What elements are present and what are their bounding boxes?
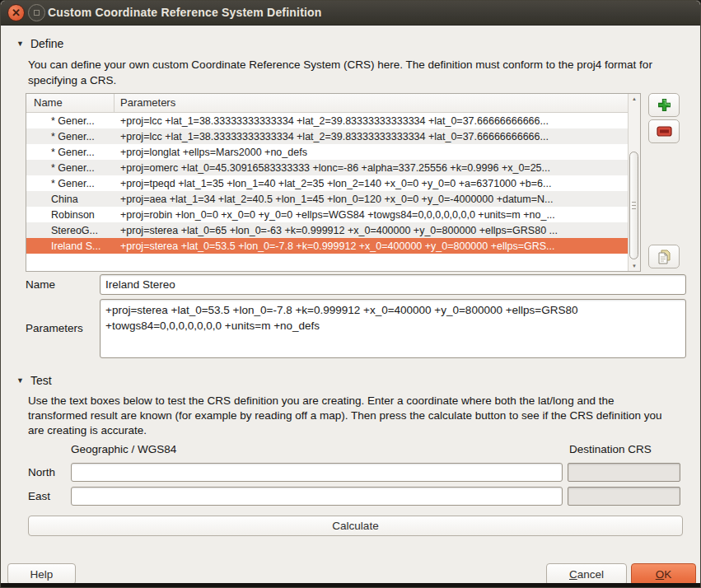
table-row[interactable]: Ireland S...+proj=sterea +lat_0=53.5 +lo… <box>26 238 628 254</box>
calculate-button[interactable]: Calculate <box>28 516 683 536</box>
scrollbar-grip <box>632 202 636 203</box>
crs-name-input[interactable] <box>100 274 686 295</box>
crs-parameters-cell[interactable]: +proj=longlat +ellps=Mars2000 +no_defs <box>114 147 628 158</box>
crs-parameters-cell[interactable]: +proj=sterea +lat_0=65 +lon_0=-63 +k=0.9… <box>114 225 628 236</box>
define-description: You can define your own custom Coordinat… <box>28 57 669 88</box>
crs-parameters-cell[interactable]: +proj=omerc +lat_0=45.30916583333333 +lo… <box>114 162 628 174</box>
help-button[interactable]: Help <box>7 563 76 585</box>
north-label: North <box>28 466 55 478</box>
scroll-up-icon[interactable]: ▲ <box>629 96 640 101</box>
crs-parameters-input[interactable]: +proj=sterea +lat_0=53.5 +lon_0=-7.8 +k=… <box>100 299 686 358</box>
geographic-wgs84-header: Geographic / WGS84 <box>71 443 176 455</box>
north-input[interactable] <box>71 463 563 482</box>
copy-crs-button[interactable] <box>648 245 680 268</box>
cancel-button[interactable]: Cancel <box>546 563 627 586</box>
crs-name-cell[interactable]: * Gener... <box>26 178 114 189</box>
table-row[interactable]: * Gener...+proj=tpeqd +lat_1=35 +lon_1=4… <box>26 175 628 191</box>
crs-name-cell[interactable]: * Gener... <box>26 131 114 142</box>
define-section-label: Define <box>30 37 63 50</box>
crs-name-cell[interactable]: * Gener... <box>26 147 114 158</box>
table-row[interactable]: Robinson+proj=robin +lon_0=0 +x_0=0 +y_0… <box>26 207 628 222</box>
crs-name-cell[interactable]: China <box>26 194 114 205</box>
crs-parameters-cell[interactable]: +proj=lcc +lat_1=38.33333333333334 +lat_… <box>114 131 628 142</box>
scrollbar-grip <box>632 208 636 209</box>
east-destination-output <box>568 487 680 506</box>
scroll-down-icon[interactable]: ▼ <box>629 264 640 268</box>
vertical-scrollbar[interactable]: ▲ ▼ <box>628 94 640 271</box>
scrollbar-thumb[interactable] <box>629 152 638 259</box>
plus-icon <box>657 98 671 112</box>
table-row[interactable]: * Gener...+proj=lcc +lat_1=38.3333333333… <box>26 113 628 128</box>
scrollbar-grip <box>632 205 636 206</box>
table-row[interactable]: StereoG...+proj=sterea +lat_0=65 +lon_0=… <box>26 222 628 238</box>
collapse-triangle-icon: ▼ <box>16 377 24 385</box>
crs-name-cell[interactable]: Robinson <box>26 209 114 221</box>
maximize-square-glyph <box>34 10 40 16</box>
add-crs-button[interactable] <box>648 93 680 117</box>
collapse-triangle-icon: ▼ <box>16 40 24 48</box>
test-section-toggle[interactable]: ▼ Test <box>16 374 52 387</box>
define-section-toggle[interactable]: ▼ Define <box>16 37 63 50</box>
ok-button[interactable]: OK <box>631 563 696 586</box>
destination-crs-header: Destination CRS <box>569 443 652 455</box>
crs-parameters-cell[interactable]: +proj=lcc +lat_1=38.33333333333334 +lat_… <box>114 115 628 127</box>
crs-parameters-cell[interactable]: +proj=aea +lat_1=34 +lat_2=40.5 +lon_1=4… <box>114 194 628 205</box>
window-bottom-edge <box>1 583 700 587</box>
test-section-label: Test <box>30 374 52 387</box>
copy-icon <box>657 250 671 264</box>
crs-parameters-cell[interactable]: +proj=tpeqd +lat_1=35 +lon_1=40 +lat_2=3… <box>114 178 628 189</box>
remove-crs-button[interactable] <box>648 119 680 143</box>
east-input[interactable] <box>71 487 563 506</box>
crs-table: Name Parameters * Gener...+proj=lcc +lat… <box>26 93 641 272</box>
crs-name-cell[interactable]: * Gener... <box>26 115 114 127</box>
crs-parameters-cell[interactable]: +proj=sterea +lat_0=53.5 +lon_0=-7.8 +k=… <box>114 240 628 252</box>
crs-name-cell[interactable]: StereoG... <box>26 225 114 236</box>
table-row[interactable]: * Gener...+proj=lcc +lat_1=38.3333333333… <box>26 128 628 144</box>
crs-table-body: * Gener...+proj=lcc +lat_1=38.3333333333… <box>26 113 628 254</box>
name-field-label: Name <box>26 278 55 291</box>
north-destination-output <box>568 463 680 482</box>
titlebar: ✕ Custom Coordinate Reference System Def… <box>1 1 700 26</box>
parameters-field-label: Parameters <box>26 322 83 334</box>
custom-crs-dialog: ✕ Custom Coordinate Reference System Def… <box>0 0 701 588</box>
crs-name-cell[interactable]: * Gener... <box>26 162 114 174</box>
crs-name-cell[interactable]: Ireland S... <box>26 240 114 252</box>
close-icon[interactable]: ✕ <box>7 4 25 21</box>
window-title: Custom Coordinate Reference System Defin… <box>48 6 322 19</box>
column-header-parameters[interactable]: Parameters <box>114 94 628 112</box>
minus-icon <box>657 126 672 137</box>
east-label: East <box>28 490 50 502</box>
maximize-icon[interactable] <box>28 4 45 21</box>
column-header-name[interactable]: Name <box>26 94 114 112</box>
table-row[interactable]: * Gener...+proj=omerc +lat_0=45.30916583… <box>26 160 628 175</box>
table-row[interactable]: China+proj=aea +lat_1=34 +lat_2=40.5 +lo… <box>26 191 628 207</box>
crs-table-header: Name Parameters <box>26 94 628 113</box>
test-description: Use the text boxes below to test the CRS… <box>28 394 674 438</box>
crs-parameters-cell[interactable]: +proj=robin +lon_0=0 +x_0=0 +y_0=0 +ellp… <box>114 209 628 221</box>
table-row[interactable]: * Gener...+proj=longlat +ellps=Mars2000 … <box>26 144 628 160</box>
